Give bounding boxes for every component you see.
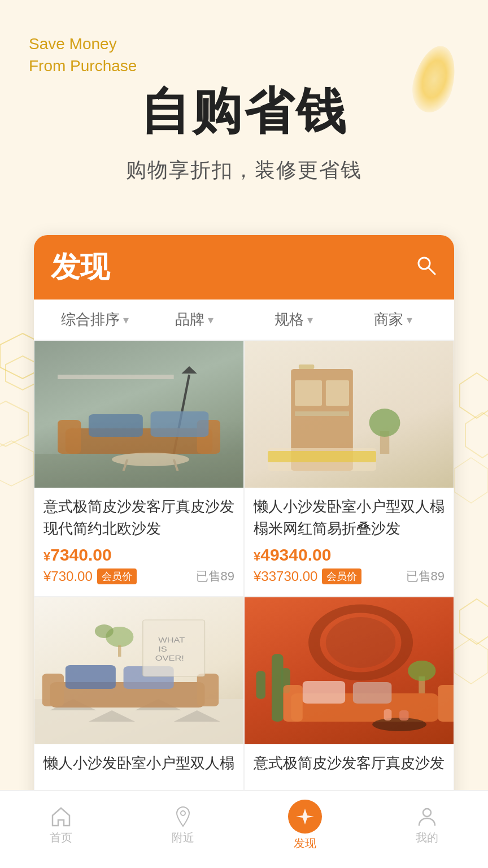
price-row-1: ¥730.00 会员价 已售89 — [43, 568, 234, 585]
svg-line-21 — [124, 459, 128, 471]
card-header-title: 发现 — [51, 248, 110, 287]
product-grid: 意式极简皮沙发客厅真皮沙发现代简约北欧沙发 ¥7340.00 ¥730.00 会… — [34, 340, 454, 853]
svg-marker-14 — [181, 366, 197, 374]
compass-icon — [295, 806, 315, 827]
svg-rect-48 — [118, 645, 121, 657]
nav-discover-label: 发现 — [294, 836, 316, 851]
svg-rect-16 — [58, 420, 81, 454]
svg-rect-42 — [143, 620, 205, 676]
svg-rect-11 — [34, 454, 243, 488]
svg-rect-39 — [197, 674, 219, 706]
filter-merchant-label: 商家 — [374, 310, 403, 329]
price-main-2: ¥49340.00 — [254, 545, 445, 565]
svg-point-20 — [112, 453, 189, 466]
chevron-down-icon: ▾ — [307, 313, 313, 327]
person-icon — [416, 805, 438, 828]
svg-point-50 — [326, 617, 395, 668]
svg-marker-64 — [296, 809, 314, 824]
svg-rect-52 — [256, 671, 265, 699]
chevron-down-icon: ▾ — [407, 313, 412, 327]
product-name-2: 懒人小沙发卧室小户型双人榻榻米网红简易折叠沙发 — [254, 496, 445, 540]
sold-count-2: 已售89 — [406, 568, 445, 585]
filter-bar: 综合排序 ▾ 品牌 ▾ 规格 ▾ 商家 ▾ — [34, 300, 454, 340]
svg-rect-55 — [284, 685, 303, 722]
svg-text:OVER!: OVER! — [155, 654, 184, 662]
svg-text:WHAT: WHAT — [158, 636, 185, 644]
top-label: Save Money From Purchase — [29, 33, 137, 77]
save-money-text: Save Money — [29, 33, 137, 55]
nav-item-discover[interactable]: 发现 — [271, 800, 339, 851]
svg-rect-60 — [384, 709, 392, 721]
svg-rect-15 — [66, 428, 212, 454]
svg-point-47 — [95, 624, 114, 638]
svg-point-63 — [408, 661, 435, 681]
product-name-1: 意式极简皮沙发客厅真皮沙发现代简约北欧沙发 — [43, 496, 234, 540]
svg-rect-61 — [399, 710, 408, 721]
member-badge-1: 会员价 — [97, 568, 137, 584]
svg-rect-17 — [197, 420, 220, 454]
filter-merchant[interactable]: 商家 ▾ — [343, 310, 443, 329]
chevron-down-icon: ▾ — [208, 313, 213, 327]
filter-brand-label: 品牌 — [175, 310, 204, 329]
nav-home-label: 首页 — [50, 830, 72, 845]
svg-rect-57 — [303, 681, 345, 704]
svg-rect-31 — [268, 451, 376, 462]
product-image-2 — [245, 341, 454, 488]
app-card: 发现 综合排序 ▾ 品牌 ▾ 规格 ▾ 商家 — [34, 235, 454, 853]
product-info-1: 意式极简皮沙发客厅真皮沙发现代简约北欧沙发 ¥7340.00 ¥730.00 会… — [34, 488, 243, 585]
home-icon — [50, 805, 72, 828]
svg-line-10 — [428, 267, 435, 274]
chevron-down-icon: ▾ — [123, 313, 129, 327]
bottom-nav: 首页 附近 发现 我的 — [0, 790, 488, 868]
product-image-4 — [245, 597, 454, 744]
product-image-1 — [34, 341, 243, 488]
svg-rect-29 — [299, 364, 314, 369]
svg-rect-19 — [151, 411, 209, 437]
filter-sort-label: 综合排序 — [61, 310, 120, 329]
nav-nearby-label: 附近 — [172, 830, 194, 845]
svg-point-28 — [369, 409, 400, 437]
sold-count-1: 已售89 — [196, 568, 234, 585]
product-info-2: 懒人小沙发卧室小户型双人榻榻米网红简易折叠沙发 ¥49340.00 ¥33730… — [245, 488, 454, 585]
product-item-2[interactable]: 懒人小沙发卧室小户型双人榻榻米网红简易折叠沙发 ¥49340.00 ¥33730… — [244, 340, 454, 597]
price-member-2: ¥33730.00 — [254, 568, 317, 584]
svg-point-65 — [423, 809, 431, 817]
product-item-1[interactable]: 意式极简皮沙发客厅真皮沙发现代简约北欧沙发 ¥7340.00 ¥730.00 会… — [34, 340, 244, 597]
filter-sort[interactable]: 综合排序 ▾ — [45, 310, 145, 329]
product-image-3: WHAT IS OVER! — [34, 597, 243, 744]
svg-rect-26 — [295, 411, 349, 416]
search-icon[interactable] — [415, 254, 437, 281]
filter-spec-label: 规格 — [274, 310, 304, 329]
svg-rect-12 — [58, 375, 174, 379]
svg-rect-58 — [353, 682, 392, 704]
card-header: 发现 — [34, 235, 454, 300]
location-icon — [172, 805, 194, 828]
filter-spec[interactable]: 规格 ▾ — [244, 310, 343, 329]
svg-rect-56 — [438, 685, 454, 722]
nav-item-nearby[interactable]: 附近 — [149, 805, 217, 845]
svg-rect-18 — [89, 414, 143, 437]
svg-line-22 — [174, 459, 178, 471]
svg-point-59 — [372, 718, 426, 731]
svg-rect-40 — [66, 665, 116, 689]
filter-brand[interactable]: 品牌 ▾ — [145, 310, 244, 329]
nav-item-home[interactable]: 首页 — [27, 805, 95, 845]
price-main-1: ¥7340.00 — [43, 545, 234, 565]
nav-item-profile[interactable]: 我的 — [393, 805, 461, 845]
header-section: Save Money From Purchase 自购省钱 购物享折扣，装修更省… — [0, 0, 488, 235]
svg-rect-24 — [295, 380, 322, 406]
svg-text:IS: IS — [158, 645, 167, 653]
svg-rect-38 — [42, 674, 64, 706]
price-row-2: ¥33730.00 会员价 已售89 — [254, 568, 445, 585]
price-member-1: ¥730.00 — [43, 568, 93, 584]
svg-rect-25 — [326, 380, 349, 406]
from-purchase-text: From Purchase — [29, 55, 137, 77]
member-badge-2: 会员价 — [322, 568, 361, 584]
sub-title: 购物享折扣，装修更省钱 — [0, 157, 488, 184]
nav-profile-label: 我的 — [416, 830, 438, 845]
